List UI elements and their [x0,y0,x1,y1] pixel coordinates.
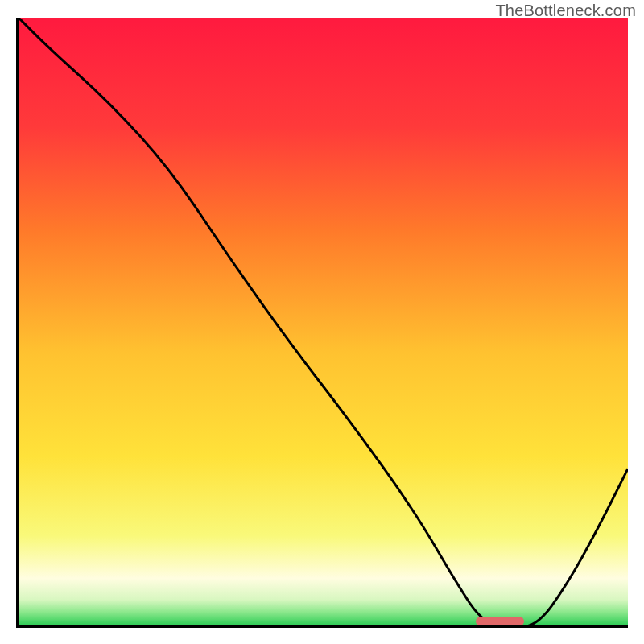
watermark-text: TheBottleneck.com [495,2,636,20]
bottleneck-curve [19,18,628,627]
chart-container: TheBottleneck.com [0,0,644,644]
plot-area [16,18,628,628]
optimum-range-marker [476,617,525,626]
